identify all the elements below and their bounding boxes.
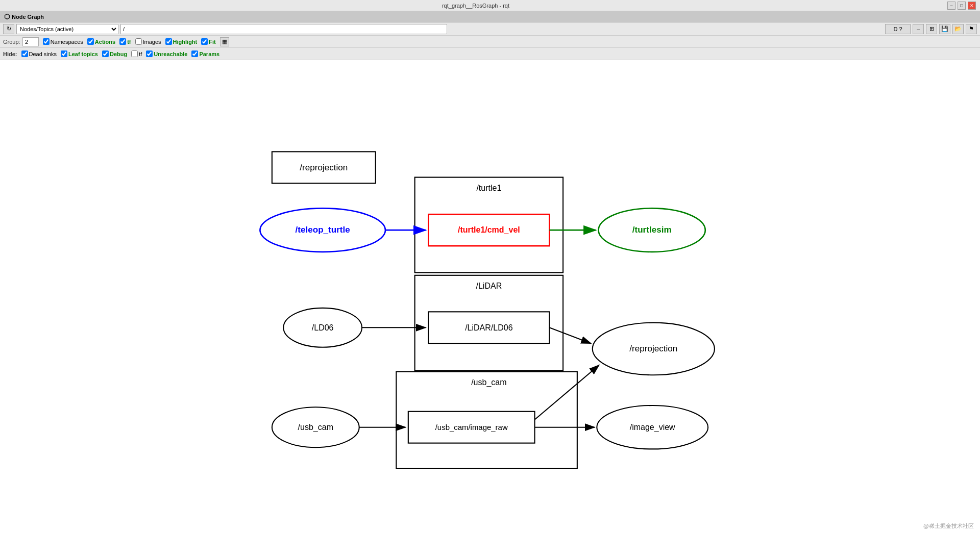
highlight-label: Highlight [173, 39, 198, 45]
title-bar: rqt_graph__RosGraph - rqt – □ ✕ [0, 0, 980, 11]
app-window: rqt_graph__RosGraph - rqt – □ ✕ ⬡ Node G… [0, 0, 980, 534]
images-label: Images [143, 39, 161, 45]
watermark: @稀土掘金技术社区 [923, 522, 974, 530]
tf-checkbox[interactable] [119, 38, 126, 45]
debug-checkbox[interactable] [102, 50, 109, 57]
minimize-button[interactable]: – [947, 2, 955, 10]
namespaces-checkbox[interactable] [43, 38, 50, 45]
close-button[interactable]: ✕ [968, 2, 976, 10]
dead-sinks-checkbox-item[interactable]: Dead sinks [21, 50, 57, 57]
options-bar: Group: Namespaces Actions tf Images High… [0, 36, 980, 48]
screenshot-button[interactable]: ⊞ [926, 24, 937, 34]
fit-checkbox-item[interactable]: Fit [201, 38, 215, 45]
reprojection-ellipse-label: /reprojection [629, 344, 677, 353]
tf-checkbox-item[interactable]: tf [119, 38, 131, 45]
tf-hide-label: tf [139, 51, 142, 57]
params-label: Params [199, 51, 219, 57]
debug-checkbox-item[interactable]: Debug [102, 50, 127, 57]
tf-hide-checkbox[interactable] [131, 50, 138, 57]
fit-checkbox[interactable] [201, 38, 208, 45]
highlight-checkbox-item[interactable]: Highlight [165, 38, 198, 45]
actions-checkbox-item[interactable]: Actions [87, 38, 115, 45]
title-bar-title: rqt_graph__RosGraph - rqt [4, 3, 947, 9]
search-input[interactable] [120, 24, 447, 34]
ld06-label: /LD06 [312, 323, 334, 332]
dead-sinks-checkbox[interactable] [21, 50, 28, 57]
images-checkbox[interactable] [135, 38, 142, 45]
maximize-button[interactable]: □ [958, 2, 966, 10]
save-button[interactable]: 💾 [939, 24, 950, 34]
actions-label: Actions [95, 39, 115, 45]
dead-sinks-label: Dead sinks [29, 51, 57, 57]
usb-cam-group-label: /usb_cam [471, 378, 506, 387]
unreachable-checkbox-item[interactable]: Unreachable [146, 50, 187, 57]
unreachable-label: Unreachable [154, 51, 187, 57]
group-option: Group: [3, 37, 39, 46]
node-graph-icon: ⬡ [4, 13, 10, 20]
refresh-button[interactable]: ↻ [3, 24, 14, 34]
params-checkbox-item[interactable]: Params [191, 50, 219, 57]
debug-label: Debug [110, 51, 127, 57]
group-input[interactable] [22, 37, 39, 46]
grid-icon-btn[interactable]: ▦ [220, 37, 229, 46]
actions-checkbox[interactable] [87, 38, 94, 45]
toolbar: ↻ Nodes/Topics (active) D ? – ⊞ 💾 📂 ⚑ [0, 22, 980, 36]
turtlesim-label: /turtlesim [632, 225, 672, 235]
unreachable-checkbox[interactable] [146, 50, 153, 57]
fit-label: Fit [209, 39, 215, 45]
params-checkbox[interactable] [191, 50, 198, 57]
namespaces-checkbox-item[interactable]: Namespaces [43, 38, 83, 45]
usb-cam-label: /usb_cam [298, 423, 333, 432]
toolbar-right-buttons: D ? – ⊞ 💾 📂 ⚑ [885, 24, 977, 34]
hide-label: Hide: [3, 51, 17, 57]
node-graph-title-text: Node Graph [12, 14, 44, 20]
image-view-label: /image_view [630, 423, 675, 432]
topic-select[interactable]: Nodes/Topics (active) [16, 24, 118, 34]
graph-area[interactable]: /reprojection /turtle1 /turtle1/cmd_vel … [0, 60, 980, 534]
leaf-topics-label: Leaf topics [68, 51, 98, 57]
lidar-ld06-label: /LiDAR/LD06 [465, 323, 512, 332]
help-label[interactable]: D ? [885, 24, 911, 34]
lidar-group-label: /LiDAR [476, 282, 502, 290]
turtle1-group-label: /turtle1 [476, 184, 501, 192]
open-button[interactable]: 📂 [952, 24, 964, 34]
reprojection-top-label: /reprojection [300, 163, 348, 172]
usb-cam-image-raw-label: /usb_cam/image_raw [435, 423, 508, 431]
tf-hide-checkbox-item[interactable]: tf [131, 50, 142, 57]
highlight-checkbox[interactable] [165, 38, 172, 45]
title-bar-controls: – □ ✕ [947, 2, 976, 10]
group-label: Group: [3, 39, 20, 45]
leaf-topics-checkbox[interactable] [61, 50, 67, 57]
namespaces-label: Namespaces [51, 39, 83, 45]
node-graph-title-bar: ⬡ Node Graph [0, 11, 980, 22]
flag-button[interactable]: ⚑ [966, 24, 977, 34]
graph-svg: /reprojection /turtle1 /turtle1/cmd_vel … [0, 60, 980, 534]
hide-bar: Hide: Dead sinks Leaf topics Debug tf Un… [0, 48, 980, 60]
images-checkbox-item[interactable]: Images [135, 38, 161, 45]
leaf-topics-checkbox-item[interactable]: Leaf topics [61, 50, 98, 57]
tf-label: tf [127, 39, 131, 45]
minimize-icon-btn[interactable]: – [913, 24, 924, 34]
teleop-turtle-label: /teleop_turtle [296, 225, 350, 235]
turtle1-cmd-vel-label: /turtle1/cmd_vel [458, 225, 520, 234]
